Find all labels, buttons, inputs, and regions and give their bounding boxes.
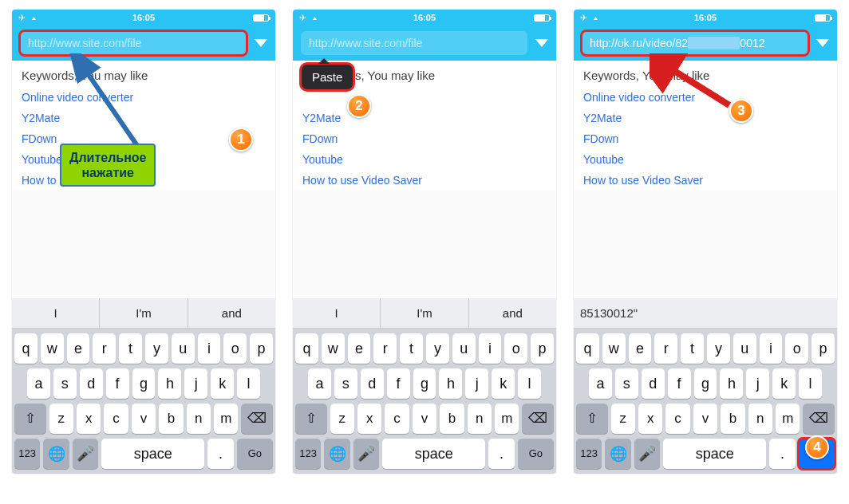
shift-key[interactable] bbox=[14, 404, 46, 434]
key[interactable]: c bbox=[104, 404, 128, 434]
key[interactable]: w bbox=[322, 333, 345, 364]
key[interactable]: m bbox=[776, 404, 800, 434]
dropdown-icon[interactable] bbox=[816, 39, 829, 47]
key[interactable]: x bbox=[638, 404, 662, 434]
suggestion[interactable]: I'm bbox=[381, 298, 468, 328]
number-key[interactable]: 123 bbox=[576, 439, 602, 469]
url-input[interactable]: http://ok.ru/video/82XXXXXXX0012 bbox=[582, 31, 808, 55]
key[interactable]: o bbox=[785, 333, 808, 364]
key[interactable]: a bbox=[308, 368, 331, 399]
key[interactable]: g bbox=[413, 368, 436, 399]
key[interactable]: o bbox=[223, 333, 247, 364]
backspace-key[interactable] bbox=[241, 404, 273, 434]
key[interactable]: b bbox=[159, 404, 183, 434]
key[interactable]: y bbox=[145, 333, 168, 364]
suggestion-link[interactable]: FDown bbox=[583, 128, 827, 149]
suggestion-link[interactable]: How to use Video Saver bbox=[302, 170, 547, 191]
globe-key[interactable] bbox=[605, 439, 630, 469]
key[interactable]: i bbox=[479, 333, 502, 364]
dot-key[interactable]: . bbox=[769, 439, 795, 469]
key[interactable]: f bbox=[387, 368, 410, 399]
shift-key[interactable] bbox=[576, 404, 608, 434]
key[interactable]: v bbox=[132, 404, 156, 434]
number-key[interactable]: 123 bbox=[14, 439, 40, 469]
key[interactable]: q bbox=[295, 333, 318, 364]
key[interactable]: r bbox=[93, 333, 116, 364]
backspace-key[interactable] bbox=[803, 404, 835, 434]
url-input[interactable]: http://www.site.com/file bbox=[301, 31, 527, 55]
key[interactable]: j bbox=[465, 368, 488, 399]
key[interactable]: z bbox=[49, 404, 73, 434]
paste-popup[interactable]: Paste bbox=[301, 64, 353, 90]
key[interactable]: h bbox=[158, 368, 181, 399]
suggestion-link[interactable]: Y2Mate bbox=[302, 108, 547, 128]
key[interactable]: r bbox=[373, 333, 397, 364]
key[interactable]: e bbox=[348, 333, 371, 364]
space-key[interactable]: space bbox=[382, 439, 485, 469]
key[interactable]: p bbox=[531, 333, 554, 364]
key[interactable]: x bbox=[357, 404, 381, 434]
go-button[interactable]: Go bbox=[518, 439, 554, 469]
key[interactable]: v bbox=[413, 404, 436, 434]
key[interactable]: q bbox=[576, 333, 599, 364]
key[interactable]: p bbox=[811, 333, 835, 364]
key[interactable]: o bbox=[504, 333, 527, 364]
key[interactable]: y bbox=[707, 333, 730, 364]
key[interactable]: v bbox=[693, 404, 717, 434]
suggestion[interactable]: I bbox=[12, 298, 100, 328]
dropdown-icon[interactable] bbox=[255, 39, 267, 47]
key[interactable]: d bbox=[80, 368, 103, 399]
key[interactable]: u bbox=[452, 333, 476, 364]
mic-key[interactable] bbox=[353, 439, 379, 469]
suggestion[interactable]: and bbox=[469, 298, 556, 328]
key[interactable]: q bbox=[14, 333, 38, 364]
key[interactable]: n bbox=[187, 404, 211, 434]
key[interactable]: u bbox=[733, 333, 756, 364]
key[interactable]: t bbox=[119, 333, 142, 364]
key[interactable]: l bbox=[518, 368, 541, 399]
key[interactable]: e bbox=[67, 333, 90, 364]
key[interactable]: j bbox=[746, 368, 769, 399]
key[interactable]: m bbox=[214, 404, 238, 434]
key[interactable]: p bbox=[250, 333, 273, 364]
key[interactable]: a bbox=[27, 368, 50, 399]
url-input[interactable]: http://www.site.com/file bbox=[20, 31, 247, 55]
key[interactable]: n bbox=[468, 404, 492, 434]
key[interactable]: s bbox=[334, 368, 357, 399]
suggestion-link[interactable]: Youtube bbox=[302, 149, 547, 170]
shift-key[interactable] bbox=[295, 404, 327, 434]
suggestion[interactable]: 85130012" bbox=[574, 298, 837, 328]
key[interactable]: a bbox=[589, 368, 612, 399]
key[interactable]: g bbox=[132, 368, 156, 399]
key[interactable]: h bbox=[720, 368, 743, 399]
space-key[interactable]: space bbox=[101, 439, 204, 469]
key[interactable]: z bbox=[330, 404, 354, 434]
suggestion-link[interactable]: FDown bbox=[302, 128, 547, 149]
key[interactable]: s bbox=[615, 368, 638, 399]
suggestion[interactable]: I'm bbox=[100, 298, 188, 328]
number-key[interactable]: 123 bbox=[295, 439, 321, 469]
globe-key[interactable] bbox=[324, 439, 349, 469]
key[interactable]: m bbox=[495, 404, 519, 434]
backspace-key[interactable] bbox=[522, 404, 554, 434]
key[interactable]: f bbox=[106, 368, 129, 399]
mic-key[interactable] bbox=[73, 439, 98, 469]
key[interactable]: y bbox=[426, 333, 449, 364]
key[interactable]: f bbox=[668, 368, 691, 399]
key[interactable]: g bbox=[694, 368, 717, 399]
key[interactable]: t bbox=[400, 333, 423, 364]
key[interactable]: t bbox=[681, 333, 704, 364]
go-button[interactable]: Go bbox=[237, 439, 273, 469]
key[interactable]: k bbox=[772, 368, 796, 399]
dot-key[interactable]: . bbox=[207, 439, 233, 469]
key[interactable]: b bbox=[721, 404, 744, 434]
key[interactable]: i bbox=[760, 333, 783, 364]
key[interactable]: l bbox=[237, 368, 260, 399]
key[interactable]: z bbox=[611, 404, 635, 434]
key[interactable]: u bbox=[172, 333, 195, 364]
key[interactable]: b bbox=[440, 404, 464, 434]
mic-key[interactable] bbox=[634, 439, 660, 469]
key[interactable]: k bbox=[211, 368, 234, 399]
suggestion-link[interactable]: Youtube bbox=[583, 149, 827, 170]
dropdown-icon[interactable] bbox=[535, 39, 548, 47]
